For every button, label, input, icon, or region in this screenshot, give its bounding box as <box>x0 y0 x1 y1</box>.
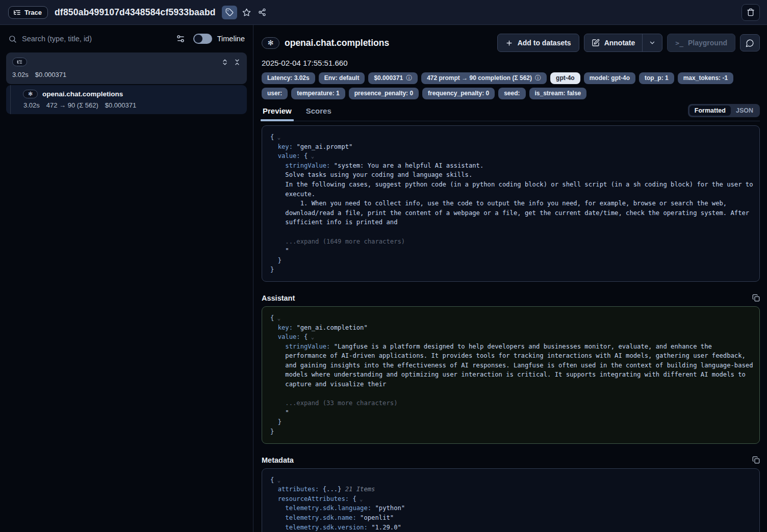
code-line: telemetry.sdk.language: "python" <box>270 503 751 513</box>
code-line: } <box>270 256 751 265</box>
tab-preview[interactable]: Preview <box>263 107 292 121</box>
assistant-section-header: Assistant <box>262 294 760 302</box>
trace-node-icon-badge <box>12 58 27 66</box>
code-line: { ⌄ <box>270 132 751 142</box>
copy-metadata-button[interactable] <box>752 456 760 464</box>
model-badge: gpt-4o <box>550 72 580 84</box>
trace-root-node[interactable]: 3.02s $0.000371 <box>6 52 247 84</box>
add-to-datasets-button[interactable]: Add to datasets <box>497 34 579 52</box>
tag-button[interactable] <box>222 6 237 19</box>
search-input[interactable] <box>22 35 171 43</box>
badge-label: model: gpt-4o <box>590 74 630 82</box>
badge-label: $0.000371 <box>374 74 403 82</box>
openai-icon-badge: ✻ <box>262 37 279 49</box>
edit-pencil-icon <box>592 39 600 47</box>
meta-badge: temperature: 1 <box>291 88 345 99</box>
observation-duration: 3.02s <box>23 101 40 109</box>
code-line: sufficient info is printed and <box>270 218 751 227</box>
filter-settings-button[interactable] <box>176 34 185 43</box>
format-formatted-option[interactable]: Formatted <box>689 105 731 116</box>
badge-label: Latency: 3.02s <box>267 74 310 82</box>
code-segment: } <box>270 257 282 264</box>
code-line: telemetry.sdk.version: "1.29.0" <box>270 523 751 532</box>
detail-title-group: ✻ openai.chat.completions <box>262 37 389 49</box>
info-icon: ⓘ <box>406 75 412 81</box>
share-icon <box>258 8 266 16</box>
content: Timeline <box>0 25 767 532</box>
annotate-button[interactable]: Annotate <box>584 34 643 51</box>
playground-button[interactable]: >_ Playground <box>667 34 735 52</box>
code-line: capture and visualize their <box>270 380 751 389</box>
plus-icon <box>505 39 513 47</box>
expand-link[interactable]: ...expand (33 more characters) <box>270 400 397 407</box>
code-segment: 21 Items <box>341 486 375 493</box>
observation-timestamp: 2025-02-04 17:55:51.660 <box>262 59 760 67</box>
code-segment: 1. When you need to collect info, use th… <box>270 200 727 207</box>
code-segment: key: <box>270 143 296 150</box>
timeline-toggle[interactable] <box>193 34 212 44</box>
code-segment: { <box>352 495 356 502</box>
code-segment: "gen_ai.completion" <box>296 324 367 331</box>
trace-tree-sidebar: Timeline <box>0 25 253 532</box>
collapse-all-icon[interactable] <box>234 59 241 66</box>
code-line: execute. <box>270 190 751 199</box>
code-segment: ⌄ <box>356 496 363 502</box>
share-button[interactable] <box>254 6 270 19</box>
meta-badge: Latency: 3.02s <box>262 72 315 84</box>
code-line: and gaining insights into the effectiven… <box>270 361 751 370</box>
bookmark-star-button[interactable] <box>239 6 254 19</box>
tab-scores[interactable]: Scores <box>306 107 331 121</box>
badge-label: seed: <box>504 90 520 97</box>
code-line: Solve tasks using your coding and langua… <box>270 170 751 180</box>
code-line: { ⌄ <box>270 313 751 323</box>
observation-metrics: 3.02s 472 → 90 (Σ 562) $0.000371 <box>23 101 241 109</box>
format-json-option[interactable]: JSON <box>731 105 758 116</box>
code-segment: resourceAttributes: <box>270 495 352 502</box>
code-segment: stringValue: <box>270 162 334 169</box>
code-block-completion: { ⌄ key: "gen_ai.completion" value: { ⌄ … <box>262 306 760 444</box>
code-line <box>270 389 751 399</box>
code-segment: and gaining insights into the effectiven… <box>270 362 753 369</box>
code-line: stringValue: "system: You are a helpful … <box>270 161 751 171</box>
code-line: { ⌄ <box>270 475 751 485</box>
code-segment: } <box>270 428 274 435</box>
comments-button[interactable] <box>740 34 760 51</box>
trace-cost: $0.000371 <box>35 71 66 78</box>
observation-header: ✻ openai.chat.completions <box>23 90 241 98</box>
tree-indent-line <box>10 85 11 114</box>
observation-node[interactable]: ✻ openai.chat.completions 3.02s 472 → 90… <box>6 85 247 114</box>
code-block-metadata: { ⌄ attributes: {...} 21 Items resourceA… <box>262 468 760 532</box>
badges-row-1: Latency: 3.02sEnv: default$0.000371ⓘ472 … <box>262 72 760 84</box>
topbar-left: Trace df850ab499107d4348584cf5933baabd <box>8 6 270 19</box>
code-line <box>270 227 751 237</box>
expand-all-icon[interactable] <box>221 59 228 66</box>
code-segment: stringValue: <box>270 343 334 350</box>
format-toggle: Formatted JSON <box>688 104 760 117</box>
copy-assistant-button[interactable] <box>752 294 760 302</box>
badges-row-2: user:temperature: 1presence_penalty: 0fr… <box>262 88 760 99</box>
code-segment: " <box>270 409 289 416</box>
tree-controls <box>221 59 241 66</box>
expand-link[interactable]: ...expand (1649 more characters) <box>270 238 405 245</box>
code-segment: } <box>270 418 282 425</box>
list-tree-icon <box>17 59 22 65</box>
playground-label: Playground <box>688 39 727 47</box>
copy-icon <box>752 456 760 464</box>
code-segment: "openlit" <box>360 514 394 521</box>
assistant-section-label: Assistant <box>262 294 295 302</box>
code-line: " <box>270 246 751 256</box>
code-line: value: { ⌄ <box>270 151 751 161</box>
code-segment: ⌄ <box>274 134 280 140</box>
observation-title: openai.chat.completions <box>42 90 123 98</box>
meta-badge: is_stream: false <box>529 88 587 99</box>
code-line: In the following cases, suggest python c… <box>270 180 751 190</box>
search-icon <box>8 35 17 43</box>
annotate-dropdown-button[interactable] <box>642 34 662 51</box>
code-line: value: { ⌄ <box>270 332 751 342</box>
delete-trace-button[interactable] <box>742 4 760 21</box>
openai-icon-badge: ✻ <box>23 90 38 98</box>
list-tree-icon <box>13 9 21 16</box>
tag-icon <box>225 8 234 16</box>
code-segment: attributes: <box>270 486 323 493</box>
code-segment: execute. <box>270 191 315 198</box>
